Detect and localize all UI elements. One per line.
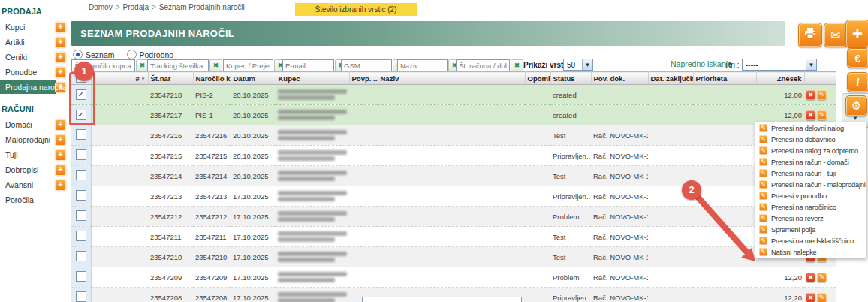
pencil-icon: ✎ [759,169,767,177]
column-header-9[interactable]: Pov. dok. [591,72,648,85]
row-checkbox[interactable] [76,170,86,180]
table-row[interactable]: ✓23547218PIS-220.10.2025created12,00✖✎ [71,85,836,105]
sidebar-item-kupci[interactable]: Kupci+ [0,20,69,35]
table-row[interactable]: 235472092354720917.10.2025ProblemRač. NO… [71,267,836,288]
column-header-5[interactable]: Povp. ... [349,72,378,85]
column-header-3[interactable]: Datum [231,72,276,85]
breadcrumb-item[interactable]: Prodaja [123,3,149,11]
row-checkbox[interactable] [76,291,86,302]
row-checkbox[interactable] [76,251,86,261]
filter-input-2[interactable] [223,59,273,71]
settings-button[interactable]: ⚙ [845,95,867,116]
show-rows-select[interactable]: 50 ▼ [563,59,593,71]
row-checkbox[interactable] [76,271,86,282]
edit-row-icon[interactable]: ✎ [817,293,827,302]
row-checkbox[interactable] [76,149,86,160]
radio-icon[interactable] [73,50,83,59]
view-option-podrobno[interactable]: Podrobno [127,50,174,59]
column-header-8[interactable]: Status [550,72,591,85]
menu-item-prenesi-na-naročilnico[interactable]: ✎Prenesi na naročilnico [755,201,866,213]
edit-row-icon[interactable]: ✎ [817,110,827,120]
column-header-4[interactable]: Kupec [276,72,349,85]
info-icon: i [857,77,860,89]
edit-row-icon[interactable]: ✎ [817,273,827,282]
delete-row-icon[interactable]: ✖ [806,110,815,120]
sidebar-item-dobropisi[interactable]: Dobropisi+ [0,162,69,177]
row-checkbox[interactable]: ✓ [76,110,86,120]
menu-item-prenesi-na-medskladiščnico[interactable]: ✎Prenesi na medskladiščnico [755,235,866,246]
delete-row-icon[interactable]: ✖ [806,273,815,282]
sidebar-item-artikli[interactable]: Artikli+ [0,35,69,50]
breadcrumb-item[interactable]: Domov [89,3,113,11]
delete-row-icon[interactable]: ✖ [806,293,815,302]
column-header-11[interactable]: Prioriteta [693,72,756,85]
info-button[interactable]: i [847,72,868,92]
radio-icon[interactable] [127,50,137,59]
plus-icon[interactable]: + [55,22,66,33]
filter-input-3[interactable] [282,59,334,71]
view-option-seznam[interactable]: Seznam [73,50,115,59]
email-button[interactable]: ✉ [824,23,848,47]
row-checkbox[interactable] [76,190,86,201]
filter-input-4[interactable] [341,59,392,71]
menu-item-natisni-nalepke[interactable]: ✎Natisni nalepke [755,246,866,258]
menu-item-prenesi-na-račun-maloprodajni[interactable]: ✎Prenesi na račun - maloprodajni [755,179,866,190]
row-checkbox[interactable] [76,231,86,241]
row-checkbox[interactable] [76,210,86,221]
table-row[interactable]: 235472152354721520.10.2025Pripravljen...… [71,146,836,166]
sidebar-item-poro-ila[interactable]: Poročila [0,192,69,207]
column-header-2[interactable]: Naročilo k... [193,72,231,85]
column-header-12[interactable]: Znesek [756,72,804,85]
plus-icon[interactable]: + [55,67,66,78]
plus-icon[interactable]: + [55,149,66,161]
sidebar-item-doma-i[interactable]: Domači+ [0,117,69,132]
table-row[interactable]: ✓23547217PIS-120.10.2025created12,00✖✎ [71,105,836,125]
add-order-button[interactable]: + [845,20,868,48]
sidebar-item-ponudbe[interactable]: Ponudbe+ [0,65,69,80]
plus-icon[interactable]: + [55,52,66,63]
sidebar-item-prodajna-naro-ila[interactable]: Prodajna naročila+ [0,80,69,95]
column-header-1[interactable]: Št.nar [148,72,193,85]
filter-input-6[interactable] [456,59,510,71]
plus-icon[interactable]: + [55,134,66,146]
column-header-6[interactable]: Naziv [378,72,525,85]
plus-icon[interactable]: + [55,37,66,48]
table-row[interactable]: 235472122354721217.10.2025ProblemRač. NO… [71,207,836,227]
status-cell: Pripravljen... [550,186,591,207]
menu-item-prenesi-na-nalog-za-odpremo[interactable]: ✎Prenesi na nalog za odpremo [755,145,866,156]
sidebar-item-ceniki[interactable]: Ceniki+ [0,50,69,65]
column-header-0[interactable]: # ▼ [91,72,148,85]
plus-icon[interactable]: + [55,180,66,191]
sidebar-item-maloprodajni[interactable]: Maloprodajni+ [0,132,69,147]
menu-item-prenesi-na-reverz[interactable]: ✎Prenesi na reverz [755,213,866,224]
plus-icon[interactable]: + [55,165,66,176]
column-header-7[interactable]: Opomba [525,72,550,85]
sidebar-item-avansni[interactable]: Avansni+ [0,177,69,192]
table-row[interactable]: 235472102354721017.10.2025TestRač. NOVO-… [71,247,836,267]
menu-item-prenesi-na-dobavnico[interactable]: ✎Prenesi na dobavnico [755,134,866,145]
row-checkbox[interactable]: ✓ [76,89,86,100]
filter-input-1[interactable] [147,59,209,71]
menu-item-prenesi-na-račun-domači[interactable]: ✎Prenesi na račun - domači [755,156,866,168]
table-row[interactable]: 235472132354721317.10.2025Pripravljen...… [71,186,836,207]
plus-icon[interactable]: + [55,119,66,131]
actions-caret-icon[interactable]: ▼ [852,115,858,122]
sidebar-item-tuji[interactable]: Tuji+ [0,147,69,162]
filters-select[interactable]: ----- ▼ [742,59,817,71]
column-header-10[interactable]: Dat. zaključka [648,72,693,85]
filter-input-5[interactable] [397,59,448,71]
menu-item-prenesi-na-račun-tuji[interactable]: ✎Prenesi na račun - tuji [755,168,866,179]
table-row[interactable]: 235472162354721620.10.2025TestRač. NOVO-… [71,125,836,146]
delete-row-icon[interactable]: ✖ [806,90,815,100]
table-row[interactable]: 235472112354721117.10.2025TestRač. NOVO-… [71,227,836,247]
menu-item-prenesi-na-delovni-nalog[interactable]: ✎Prenesi na delovni nalog [755,122,866,134]
finance-button[interactable]: € [847,48,868,68]
print-button[interactable] [798,23,822,47]
breadcrumb-separator: > [113,3,123,11]
menu-item-prenesi-v-ponudbo[interactable]: ✎Prenesi v ponudbo [755,190,866,201]
inline-edit-input[interactable] [362,297,522,302]
menu-item-spremeni-polja[interactable]: ✎Spremeni polja [755,224,866,235]
edit-row-icon[interactable]: ✎ [817,90,827,100]
table-row[interactable]: 235472142354721420.10.2025TestRač. NOVO-… [71,166,836,186]
row-checkbox[interactable] [76,129,86,140]
